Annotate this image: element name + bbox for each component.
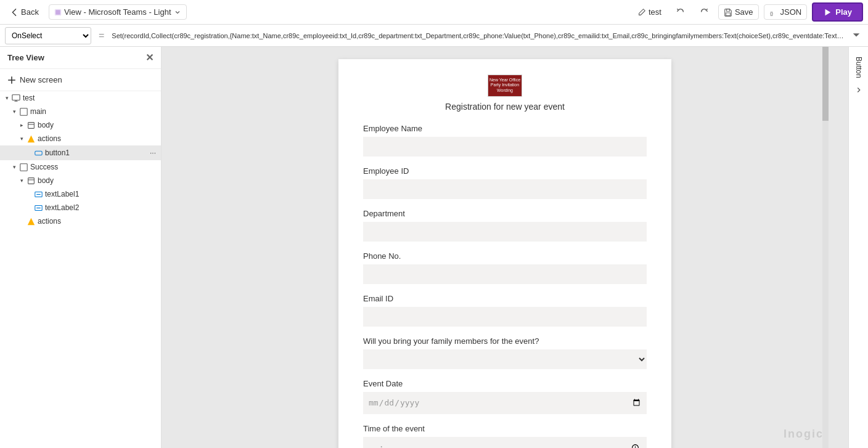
field-event-date: Event Date <box>363 379 647 414</box>
sidebar-close-button[interactable]: ✕ <box>145 52 154 63</box>
screen-icon <box>11 93 21 103</box>
new-screen-button[interactable]: New screen <box>0 69 161 91</box>
sidebar-tree: ▾ test ▾ main ▸ body <box>0 91 161 448</box>
svg-rect-12 <box>28 177 34 184</box>
svg-marker-5 <box>825 9 831 15</box>
view-chevron-icon <box>174 9 181 16</box>
sidebar-item-label: body <box>38 176 158 185</box>
sidebar-item-main[interactable]: ▾ main <box>0 105 161 118</box>
formula-bar: OnSelect = Set(recordId,Collect(cr89c_re… <box>0 25 868 47</box>
canvas-content: New Year Office Party Invitation Wording… <box>162 47 848 448</box>
formula-expand-button[interactable] <box>850 29 863 42</box>
view-selector[interactable]: View - Microsoft Teams - Light <box>49 4 187 20</box>
save-button[interactable]: Save <box>718 4 759 20</box>
sidebar-item-button1[interactable]: ▸ button1 ··· <box>0 145 161 160</box>
json-icon: {} <box>769 8 778 17</box>
label-employee-id: Employee ID <box>363 166 647 176</box>
view-label: View - Microsoft Teams - Light <box>64 7 171 17</box>
button-icon <box>33 148 43 158</box>
group-icon <box>18 162 28 172</box>
sidebar-item-label: test <box>23 94 158 102</box>
svg-marker-15 <box>27 218 34 224</box>
group-icon <box>18 107 28 116</box>
input-event-time[interactable] <box>363 437 647 448</box>
right-panel-label[interactable]: Button <box>851 52 867 83</box>
label-department: Department <box>363 209 647 218</box>
undo-button[interactable] <box>671 6 690 19</box>
save-label: Save <box>735 7 753 17</box>
svg-rect-3 <box>726 12 730 15</box>
json-button[interactable]: {} JSON <box>764 4 808 20</box>
sidebar-item-success[interactable]: ▾ Success <box>0 160 161 174</box>
sidebar-item-actions-success[interactable]: ▸ actions <box>0 214 161 228</box>
back-button[interactable]: Back <box>5 5 44 19</box>
input-event-date[interactable] <box>363 392 647 414</box>
play-icon <box>823 8 832 17</box>
input-employee-id[interactable] <box>363 179 647 199</box>
canvas-scrollbar[interactable] <box>822 47 829 448</box>
sidebar-title: Tree View <box>7 53 44 62</box>
formula-text: Set(recordId,Collect(cr89c_registration,… <box>112 32 845 39</box>
play-button[interactable]: Play <box>812 2 863 22</box>
svg-rect-10 <box>35 151 41 155</box>
item-more-button[interactable]: ··· <box>147 147 158 158</box>
sidebar-item-test[interactable]: ▾ test <box>0 91 161 105</box>
play-label: Play <box>835 7 852 17</box>
input-phone[interactable] <box>363 264 647 284</box>
canvas-area: New Year Office Party Invitation Wording… <box>162 47 848 448</box>
svg-rect-1 <box>55 10 60 15</box>
svg-rect-6 <box>12 95 20 100</box>
formula-select[interactable]: OnSelect <box>5 27 91 44</box>
redo-icon <box>700 8 708 17</box>
field-event-time: Time of the event <box>363 424 647 448</box>
input-department[interactable] <box>363 222 647 242</box>
view-icon <box>54 9 62 16</box>
edit-icon <box>637 8 646 17</box>
svg-rect-11 <box>20 163 27 170</box>
select-family[interactable]: Yes No <box>363 349 647 369</box>
sidebar-item-label: main <box>30 107 158 116</box>
sidebar-item-body-main[interactable]: ▸ body <box>0 118 161 132</box>
new-screen-label: New screen <box>20 75 62 84</box>
label-icon <box>33 203 43 213</box>
chevron-right-icon: ▸ <box>17 121 26 129</box>
chevron-down-icon: ▾ <box>2 94 11 102</box>
redo-button[interactable] <box>695 6 713 19</box>
label-family: Will you bring your family members for t… <box>363 336 647 346</box>
input-employee-name[interactable] <box>363 137 647 157</box>
item-actions: ··· <box>147 147 158 158</box>
field-employee-name: Employee Name <box>363 124 647 157</box>
body-icon <box>26 176 36 185</box>
actions-icon <box>26 216 36 226</box>
json-label: JSON <box>780 7 802 17</box>
field-department: Department <box>363 209 647 242</box>
field-phone: Phone No. <box>363 251 647 284</box>
label-event-time: Time of the event <box>363 424 647 433</box>
svg-marker-9 <box>27 135 34 142</box>
sidebar-item-actions-main[interactable]: ▾ actions <box>0 132 161 145</box>
sidebar-item-label: textLabel1 <box>45 190 158 198</box>
form-logo: New Year Office Party Invitation Wording <box>363 74 647 97</box>
sidebar-item-textlabel2[interactable]: ▸ textLabel2 <box>0 201 161 214</box>
test-button[interactable]: test <box>633 5 666 19</box>
svg-rect-8 <box>28 122 34 128</box>
scrollbar-thumb[interactable] <box>822 47 829 121</box>
input-email[interactable] <box>363 307 647 327</box>
main-layout: Tree View ✕ New screen ▾ test ▾ ma <box>0 47 868 448</box>
logo-image: New Year Office Party Invitation Wording <box>488 75 522 97</box>
sidebar-item-body-success[interactable]: ▾ body <box>0 174 161 187</box>
chevron-down-icon: ▾ <box>10 107 18 116</box>
sidebar-item-label: actions <box>38 134 158 143</box>
label-employee-name: Employee Name <box>363 124 647 133</box>
undo-icon <box>676 8 685 17</box>
field-email: Email ID <box>363 294 647 327</box>
sidebar-item-textlabel1[interactable]: ▸ textLabel1 <box>0 187 161 201</box>
sidebar-item-label: button1 <box>45 149 147 157</box>
chevron-down-icon: ▾ <box>10 163 18 171</box>
chevron-right-panel-icon <box>854 86 863 94</box>
svg-text:{}: {} <box>769 10 773 15</box>
sidebar-item-label: textLabel2 <box>45 203 158 212</box>
svg-rect-7 <box>20 108 27 115</box>
formula-separator: = <box>96 30 107 41</box>
label-icon <box>33 189 43 199</box>
